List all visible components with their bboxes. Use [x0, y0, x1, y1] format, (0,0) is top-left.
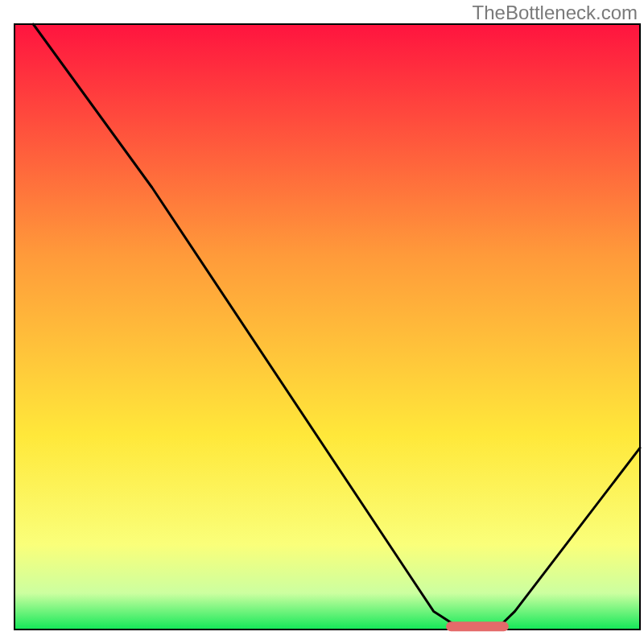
watermark-text: TheBottleneck.com	[473, 2, 638, 24]
bottleneck-chart	[0, 0, 644, 644]
chart-container: TheBottleneck.com	[0, 0, 644, 644]
gradient-background	[14, 24, 640, 630]
optimal-marker	[446, 621, 509, 631]
